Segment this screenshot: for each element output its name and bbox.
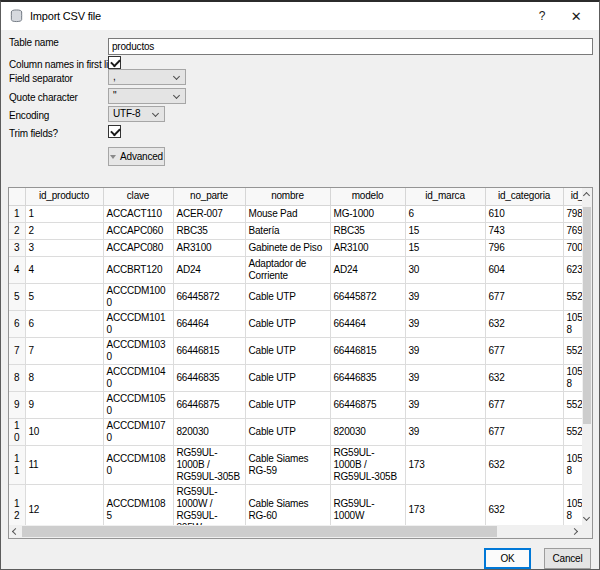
chevron-right-icon bbox=[571, 528, 578, 535]
chevron-down-icon bbox=[173, 73, 180, 80]
table-cell: 5 bbox=[25, 283, 103, 310]
close-icon[interactable]: ✕ bbox=[559, 2, 593, 30]
ok-button[interactable]: OK bbox=[484, 548, 531, 569]
table-cell: 1058 bbox=[563, 445, 582, 484]
advanced-button[interactable]: Advanced bbox=[108, 147, 165, 166]
table-cell: AD24 bbox=[330, 256, 405, 283]
chevron-up-icon bbox=[583, 192, 590, 199]
scroll-right-button[interactable] bbox=[570, 525, 582, 538]
table-cell: 1058 bbox=[563, 310, 582, 337]
column-names-checkbox[interactable] bbox=[108, 56, 121, 69]
table-cell: 796 bbox=[485, 239, 563, 256]
table-cell: 820030 bbox=[173, 418, 245, 445]
table-row: 66ACCCDM1010664464Cable UTP6644643963210… bbox=[9, 310, 582, 337]
table-cell: ACCCDM1080 bbox=[103, 445, 173, 484]
table-cell: 7 bbox=[25, 337, 103, 364]
table-row: 1010ACCCDM1070820030Cable UTP82003039677… bbox=[9, 418, 582, 445]
table-cell: 664464 bbox=[173, 310, 245, 337]
header-row: id_productoclaveno_partenombremodeloid_m… bbox=[9, 188, 582, 205]
table-cell: Cable UTP bbox=[245, 391, 330, 418]
quote-character-value: " bbox=[113, 90, 116, 101]
table-cell: AR3100 bbox=[330, 239, 405, 256]
table-name-label: Table name bbox=[9, 36, 59, 50]
quote-character-label: Quote character bbox=[9, 91, 78, 105]
table-cell: 66446875 bbox=[173, 391, 245, 418]
table-cell: AR3100 bbox=[173, 239, 245, 256]
help-icon[interactable]: ? bbox=[525, 2, 559, 30]
table-cell: Cable Siames RG-59 bbox=[245, 445, 330, 484]
table-cell: RG59UL-1000W / RG59UL-305W bbox=[173, 484, 245, 525]
scroll-down-button[interactable] bbox=[582, 513, 592, 525]
table-cell: 632 bbox=[485, 364, 563, 391]
chevron-down-icon bbox=[173, 92, 180, 99]
ok-button-label: OK bbox=[500, 553, 514, 564]
table-cell: Adaptador de Corriente bbox=[245, 256, 330, 283]
title-bar: Import CSV file ? ✕ bbox=[1, 2, 599, 30]
encoding-select[interactable]: UTF-8 bbox=[108, 106, 165, 122]
table-cell: ACCCDM1070 bbox=[103, 418, 173, 445]
table-cell: 677 bbox=[485, 418, 563, 445]
table-cell: 743 bbox=[485, 222, 563, 239]
table-name-input[interactable] bbox=[108, 38, 593, 55]
table-row: 55ACCCDM100066445872Cable UTP66445872396… bbox=[9, 283, 582, 310]
trim-fields-checkbox[interactable] bbox=[108, 125, 121, 138]
table-cell: 677 bbox=[485, 283, 563, 310]
chevron-left-icon bbox=[12, 528, 19, 535]
table-cell: 66445872 bbox=[173, 283, 245, 310]
horizontal-scroll-thumb[interactable] bbox=[22, 526, 497, 537]
chevron-down-icon bbox=[583, 514, 590, 521]
table-cell: ACCACT110 bbox=[103, 205, 173, 222]
vertical-scrollbar[interactable] bbox=[582, 188, 592, 525]
dialog-title: Import CSV file bbox=[30, 10, 101, 22]
table-cell: RG59UL-1000W bbox=[330, 484, 405, 525]
table-row: 1212ACCCDM1085RG59UL-1000W / RG59UL-305W… bbox=[9, 484, 582, 525]
table-cell: 39 bbox=[405, 418, 485, 445]
table-row: 44ACCBRT120AD24Adaptador de CorrienteAD2… bbox=[9, 256, 582, 283]
field-separator-value: , bbox=[113, 71, 116, 82]
vertical-scroll-thumb[interactable] bbox=[583, 207, 591, 424]
table-cell: ACCCDM1000 bbox=[103, 283, 173, 310]
table-cell: Cable UTP bbox=[245, 364, 330, 391]
horizontal-scrollbar[interactable] bbox=[9, 525, 582, 538]
table-cell: 39 bbox=[405, 310, 485, 337]
quote-character-select[interactable]: " bbox=[108, 88, 186, 104]
row-number: 7 bbox=[9, 337, 25, 364]
row-number: 10 bbox=[9, 418, 25, 445]
table-cell: Cable UTP bbox=[245, 337, 330, 364]
table-row: 88ACCCDM104066446835Cable UTP66446835396… bbox=[9, 364, 582, 391]
field-separator-select[interactable]: , bbox=[108, 69, 186, 85]
row-number: 2 bbox=[9, 222, 25, 239]
row-number: 6 bbox=[9, 310, 25, 337]
encoding-label: Encoding bbox=[9, 109, 49, 123]
table-cell: 66446835 bbox=[173, 364, 245, 391]
table-cell: 632 bbox=[485, 445, 563, 484]
chevron-down-icon bbox=[152, 110, 159, 117]
table-cell: 15 bbox=[405, 239, 485, 256]
scroll-up-button[interactable] bbox=[582, 188, 592, 200]
cancel-button[interactable]: Cancel bbox=[544, 548, 591, 569]
table-viewport: id_productoclaveno_partenombremodeloid_m… bbox=[9, 188, 582, 525]
table-cell: ACCAPC080 bbox=[103, 239, 173, 256]
table-cell: ACCCDM1010 bbox=[103, 310, 173, 337]
csv-preview-table: id_productoclaveno_partenombremodeloid_m… bbox=[8, 187, 593, 539]
table-cell: 15 bbox=[405, 222, 485, 239]
table-cell: 66446815 bbox=[173, 337, 245, 364]
cancel-button-label: Cancel bbox=[553, 553, 583, 564]
table-cell: ACCCDM1030 bbox=[103, 337, 173, 364]
scroll-left-button[interactable] bbox=[9, 525, 21, 538]
table-cell: 66446815 bbox=[330, 337, 405, 364]
row-number: 11 bbox=[9, 445, 25, 484]
column-header: modelo bbox=[330, 188, 405, 205]
table-cell: 604 bbox=[485, 256, 563, 283]
table-cell: RBC35 bbox=[330, 222, 405, 239]
table-cell: ACCCDM1040 bbox=[103, 364, 173, 391]
table-cell: 769 bbox=[563, 222, 582, 239]
column-header: clave bbox=[103, 188, 173, 205]
table-cell: 10 bbox=[25, 418, 103, 445]
table-cell: 8 bbox=[25, 364, 103, 391]
table-cell: 39 bbox=[405, 283, 485, 310]
table-cell: 623 bbox=[563, 256, 582, 283]
table-cell: 9 bbox=[25, 391, 103, 418]
table-cell: 1058 bbox=[563, 484, 582, 525]
table-cell: 2 bbox=[25, 222, 103, 239]
